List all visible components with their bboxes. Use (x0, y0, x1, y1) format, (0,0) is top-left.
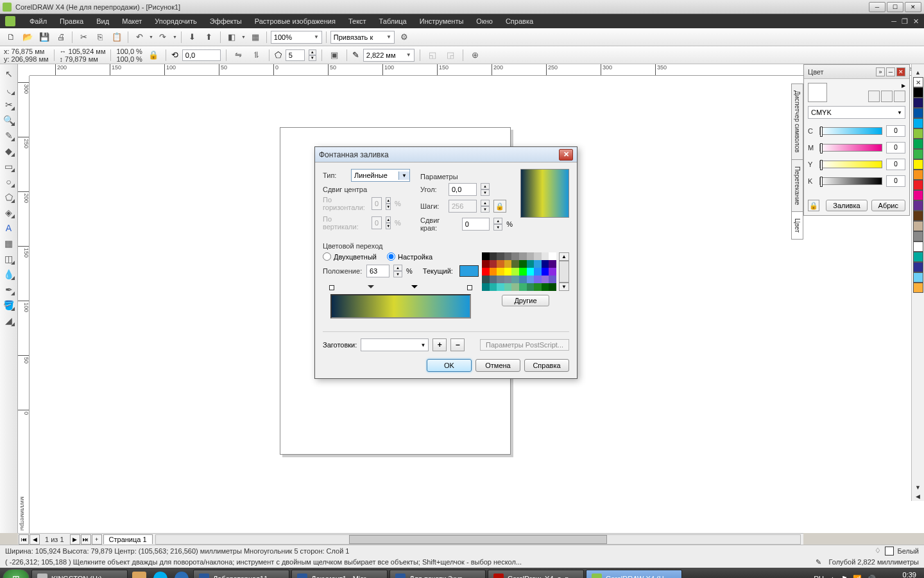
polygon-tool-icon[interactable]: ⬠ (2, 190, 16, 204)
start-button[interactable]: ⊞ (3, 569, 30, 578)
palette-up-icon[interactable]: ▲ (914, 68, 922, 77)
palette-swatch[interactable] (913, 170, 923, 180)
black-value[interactable]: 0 (886, 175, 905, 187)
picker-cell[interactable] (519, 252, 527, 260)
palette-swatch[interactable] (913, 283, 923, 293)
custom-radio[interactable]: Настройка (387, 252, 432, 261)
cyan-value[interactable]: 0 (886, 125, 905, 137)
other-colors-button[interactable]: Другие (502, 295, 549, 306)
docker-menu-icon[interactable]: ▶ (868, 83, 905, 89)
palette-swatch[interactable] (913, 200, 923, 211)
copy-icon[interactable]: ⎘ (93, 30, 107, 44)
task-doc1[interactable]: Документ1 - Micr... (291, 570, 388, 578)
picker-cell[interactable] (542, 260, 549, 268)
palette-swatch[interactable] (913, 190, 923, 200)
tray-flag-icon[interactable]: ⚑ (841, 575, 848, 579)
picker-cell[interactable] (527, 260, 535, 268)
fill-swatch[interactable] (885, 547, 894, 556)
picker-cell[interactable] (482, 252, 490, 260)
picker-cell[interactable] (527, 252, 535, 260)
palette-swatch[interactable] (913, 159, 923, 170)
clock-time[interactable]: 0:39 (881, 571, 916, 578)
cyan-slider[interactable] (819, 127, 882, 135)
docker-color-swatch[interactable] (808, 83, 827, 102)
scalex-value[interactable]: 100,0 (116, 48, 134, 55)
tray-network-icon[interactable]: 📶 (853, 575, 862, 579)
interactive-tool-icon[interactable]: ◫ (2, 252, 16, 266)
fill-indicator-icon[interactable]: ♢ (875, 547, 881, 555)
picker-cell[interactable] (549, 268, 556, 276)
grad-marker-1[interactable] (368, 285, 374, 292)
tofront-icon[interactable]: ◱ (425, 48, 440, 62)
position-input[interactable]: 63 (366, 265, 389, 277)
grad-marker-2[interactable] (411, 285, 418, 292)
picker-cell[interactable] (504, 268, 512, 276)
two-color-radio[interactable]: Двухцветный (323, 252, 377, 261)
export-icon[interactable]: ⬆ (202, 30, 216, 44)
scaley-value[interactable]: 100,0 (116, 55, 134, 63)
docker-tab-viewer[interactable] (881, 91, 893, 102)
quicklaunch-ie[interactable] (172, 570, 191, 578)
picker-scrollbar[interactable]: ▲▼ (559, 252, 569, 291)
undo-icon[interactable]: ↶ (132, 30, 146, 44)
picker-cell[interactable] (527, 276, 535, 283)
import-icon[interactable]: ⬇ (185, 30, 200, 44)
picker-cell[interactable] (542, 268, 549, 276)
basicshapes-tool-icon[interactable]: ◈ (2, 206, 16, 220)
docker-lock-icon[interactable]: 🔒 (808, 200, 819, 211)
outline-indicator-icon[interactable]: ✎ (816, 558, 821, 566)
task-coreldraw[interactable]: CorelDRAW X4 (Н... (586, 570, 682, 578)
edge-input[interactable]: 0 (462, 218, 490, 231)
menu-arrange[interactable]: Упорядочить (148, 15, 203, 28)
menu-text[interactable]: Текст (342, 15, 373, 28)
zoom-tool-icon[interactable]: 🔍 (2, 113, 16, 127)
docker-tab-sliders[interactable] (868, 91, 880, 102)
picker-cell[interactable] (482, 276, 490, 283)
picker-cell[interactable] (534, 276, 542, 283)
palette-down-icon[interactable]: ▼ (914, 483, 922, 492)
table-tool-icon[interactable]: ▦ (2, 236, 16, 250)
picker-cell[interactable] (497, 276, 504, 283)
picker-cell[interactable] (511, 260, 519, 268)
dialog-close-button[interactable]: ✕ (559, 149, 573, 161)
palette-swatch[interactable] (913, 272, 923, 283)
picker-cell[interactable] (527, 283, 535, 291)
picker-cell[interactable] (490, 283, 497, 291)
add-page-button[interactable]: + (92, 534, 102, 545)
lang-indicator[interactable]: RU (814, 575, 824, 578)
ok-button[interactable]: OK (427, 359, 472, 372)
menu-window[interactable]: Окно (470, 15, 499, 28)
task-print[interactable]: Для печати 3кур... (389, 570, 486, 578)
print-icon[interactable]: 🖨 (54, 30, 68, 44)
menu-file[interactable]: Файл (23, 15, 53, 28)
magenta-slider[interactable] (819, 144, 882, 152)
picker-cell[interactable] (549, 260, 556, 268)
mirror-h-icon[interactable]: ⇋ (232, 48, 246, 62)
menu-help[interactable]: Справка (499, 15, 540, 28)
picker-cell[interactable] (534, 252, 542, 260)
save-icon[interactable]: 💾 (37, 30, 51, 44)
new-icon[interactable]: 🗋 (4, 30, 18, 44)
picker-cell[interactable] (549, 276, 556, 283)
redo-icon[interactable]: ↷ (156, 30, 170, 44)
lock-ratio-icon[interactable]: 🔒 (146, 48, 160, 62)
docker-collapse-button[interactable]: » (876, 67, 885, 76)
yellow-slider[interactable] (819, 161, 882, 168)
sides-input[interactable]: 5 (286, 49, 305, 61)
tray-volume-icon[interactable]: 🔊 (867, 575, 876, 579)
wrap-icon[interactable]: ▣ (327, 48, 341, 62)
next-page-button[interactable]: ▶ (70, 534, 80, 545)
options-icon[interactable]: ⚙ (397, 30, 411, 44)
shape-tool-icon[interactable]: ◟ (2, 82, 16, 96)
preset-add-button[interactable]: + (432, 338, 447, 351)
palette-swatch[interactable] (913, 139, 923, 149)
paste-icon[interactable]: 📋 (110, 30, 124, 44)
fill-button[interactable]: Заливка (826, 200, 867, 211)
angle-input[interactable]: 0,0 (182, 49, 221, 61)
palette-swatch[interactable] (913, 231, 923, 241)
menu-tools[interactable]: Инструменты (413, 15, 470, 28)
docker-tab-palettes[interactable] (894, 91, 905, 102)
mdi-minimize[interactable]: ─ (891, 17, 896, 26)
task-lab11[interactable]: Лабораторная11 ... (193, 570, 289, 578)
current-color-swatch[interactable] (459, 265, 479, 277)
